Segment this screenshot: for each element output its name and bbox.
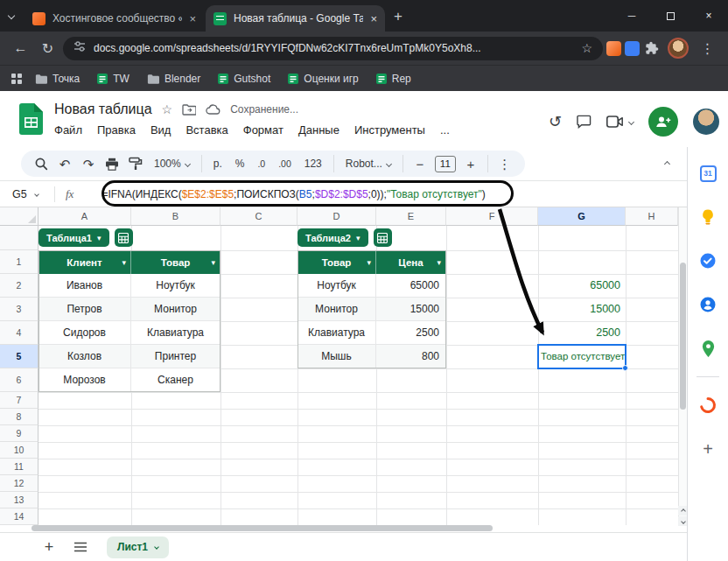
name-box[interactable]: G5 xyxy=(0,181,54,207)
column-header-C[interactable]: C xyxy=(220,207,298,226)
menu-item[interactable]: Вставка xyxy=(178,123,234,137)
decrease-font-size-button[interactable]: − xyxy=(409,158,431,171)
table-cell[interactable]: Козлов xyxy=(38,345,131,368)
share-button[interactable] xyxy=(648,107,678,137)
all-sheets-icon[interactable] xyxy=(70,542,91,552)
history-icon[interactable]: ↺ xyxy=(549,114,562,130)
window-menu-icon[interactable] xyxy=(0,3,23,29)
sheet-tab-active[interactable]: Лист1 xyxy=(107,536,169,558)
percent-format-button[interactable]: % xyxy=(229,158,251,170)
google-sheets-logo[interactable] xyxy=(19,103,43,135)
browser-tab-2[interactable]: Новая таблица - Google Табл × xyxy=(206,5,385,32)
row-header-3[interactable]: 3 xyxy=(0,298,38,321)
font-size-input[interactable]: 11 xyxy=(435,156,456,172)
row-header-4[interactable]: 4 xyxy=(0,321,38,345)
reload-icon[interactable]: ↻ xyxy=(36,40,60,57)
document-title[interactable]: Новая таблица xyxy=(54,102,152,117)
spreadsheet-grid[interactable]: ABCDEFGH1234567891011121314Клиент▾Товар▾… xyxy=(0,207,688,525)
extensions-puzzle-icon[interactable] xyxy=(645,41,659,55)
column-header-F[interactable]: F xyxy=(446,207,538,226)
table-cell[interactable]: 800 xyxy=(376,345,446,368)
row-header-5[interactable]: 5 xyxy=(0,345,38,368)
menu-item[interactable]: Инструменты xyxy=(347,123,432,137)
table-cell[interactable]: Петров xyxy=(38,298,131,321)
horizontal-scrollbar-thumb[interactable] xyxy=(32,525,493,531)
number-format-button[interactable]: 123 xyxy=(298,158,328,170)
table-cell[interactable]: 2500 xyxy=(376,321,446,345)
decrease-decimals-button[interactable]: .0 xyxy=(251,158,271,169)
row-header-6[interactable]: 6 xyxy=(0,368,38,392)
row-header-12[interactable]: 12 xyxy=(0,475,38,492)
fill-handle[interactable] xyxy=(622,365,628,371)
add-sheet-icon[interactable]: + xyxy=(38,538,60,557)
extension-blue-icon[interactable] xyxy=(625,41,640,56)
menu-item[interactable]: ... xyxy=(433,123,457,137)
move-folder-icon[interactable] xyxy=(182,104,196,116)
column-header-A[interactable]: A xyxy=(38,207,131,226)
bookmark-item[interactable]: Gutshot xyxy=(218,73,270,85)
table-cell[interactable]: Клавиатура xyxy=(131,321,220,345)
table-cell[interactable]: Сканер xyxy=(131,368,220,392)
contacts-icon[interactable] xyxy=(697,294,718,315)
maps-icon[interactable] xyxy=(697,338,718,359)
column-header-E[interactable]: E xyxy=(376,207,446,226)
search-icon[interactable] xyxy=(30,157,52,171)
table-cell[interactable]: Ноутбук xyxy=(131,274,220,298)
print-icon[interactable] xyxy=(101,158,123,171)
browser-profile-avatar[interactable] xyxy=(668,38,689,59)
add-panel-app-icon[interactable]: + xyxy=(697,438,718,459)
result-cell-G2[interactable]: 65000 xyxy=(538,274,626,298)
back-icon[interactable]: ← xyxy=(9,40,32,56)
row-header-13[interactable]: 13 xyxy=(0,492,38,508)
row-header-10[interactable]: 10 xyxy=(0,442,38,459)
filter-chevron-icon[interactable]: ▾ xyxy=(211,258,215,267)
table-chip-2[interactable]: Таблица2▾ xyxy=(298,228,392,247)
filter-chevron-icon[interactable]: ▾ xyxy=(437,258,441,267)
table-header-cell[interactable]: Товар▾ xyxy=(298,250,376,274)
table-cell[interactable]: Иванов xyxy=(38,274,131,298)
table-chip-1[interactable]: Таблица1▾ xyxy=(38,228,133,247)
window-close-button[interactable]: × xyxy=(690,0,728,32)
increase-decimals-button[interactable]: .00 xyxy=(272,158,298,169)
column-header-D[interactable]: D xyxy=(298,207,376,226)
result-cell-G4[interactable]: 2500 xyxy=(538,321,626,345)
select-all-corner[interactable] xyxy=(0,207,38,226)
redo-icon[interactable]: ↷ xyxy=(77,158,100,171)
table-header-cell[interactable]: Клиент▾ xyxy=(38,250,131,274)
tab2-close-icon[interactable]: × xyxy=(370,12,377,25)
filter-chevron-icon[interactable]: ▾ xyxy=(122,258,126,267)
font-select[interactable]: Robot... xyxy=(340,158,397,170)
toolbar-more-icon[interactable]: ⋮ xyxy=(494,158,516,171)
column-header-B[interactable]: B xyxy=(131,207,220,226)
row-header-9[interactable]: 9 xyxy=(0,425,38,442)
table-cell[interactable]: Морозов xyxy=(38,368,131,392)
increase-font-size-button[interactable]: + xyxy=(459,158,482,171)
collapse-toolbar-icon[interactable] xyxy=(665,162,669,166)
browser-tab-1[interactable]: Хостинговое сообщество «Tim × xyxy=(24,5,204,32)
table-name-chip[interactable]: Таблица1▾ xyxy=(38,228,109,247)
url-field[interactable]: docs.google.com/spreadsheets/d/1RYYIFQfD… xyxy=(63,37,603,60)
table-header-cell[interactable]: Товар▾ xyxy=(131,250,220,274)
table-cell[interactable]: Монитор xyxy=(298,298,376,321)
row-header-7[interactable]: 7 xyxy=(0,392,38,409)
window-minimize-button[interactable]: ─ xyxy=(612,0,651,32)
filter-chevron-icon[interactable]: ▾ xyxy=(367,258,371,267)
table-header-cell[interactable]: Цена▾ xyxy=(376,250,446,274)
zoom-select[interactable]: 100% xyxy=(148,158,196,170)
comments-icon[interactable] xyxy=(577,115,592,129)
currency-format-button[interactable]: р. xyxy=(207,158,228,170)
bookmark-item[interactable]: Оценки игр xyxy=(288,73,358,85)
result-cell-G5[interactable]: Товар отсутствует xyxy=(538,345,626,368)
row-header-14[interactable]: 14 xyxy=(0,508,38,525)
menu-item[interactable]: Правка xyxy=(90,123,143,137)
bookmark-item[interactable]: TW xyxy=(97,73,130,85)
account-avatar[interactable] xyxy=(693,109,719,135)
extension-icon[interactable] xyxy=(697,395,718,416)
table-cell[interactable]: Монитор xyxy=(131,298,220,321)
table-cell[interactable]: Мышь xyxy=(298,345,376,368)
table-menu-icon[interactable] xyxy=(115,228,133,247)
browser-menu-icon[interactable]: ⋮ xyxy=(696,40,719,57)
row-header-1[interactable]: 1 xyxy=(0,250,38,274)
bookmark-item[interactable]: Blender xyxy=(147,73,200,85)
calendar-icon[interactable]: 31 xyxy=(697,163,718,184)
